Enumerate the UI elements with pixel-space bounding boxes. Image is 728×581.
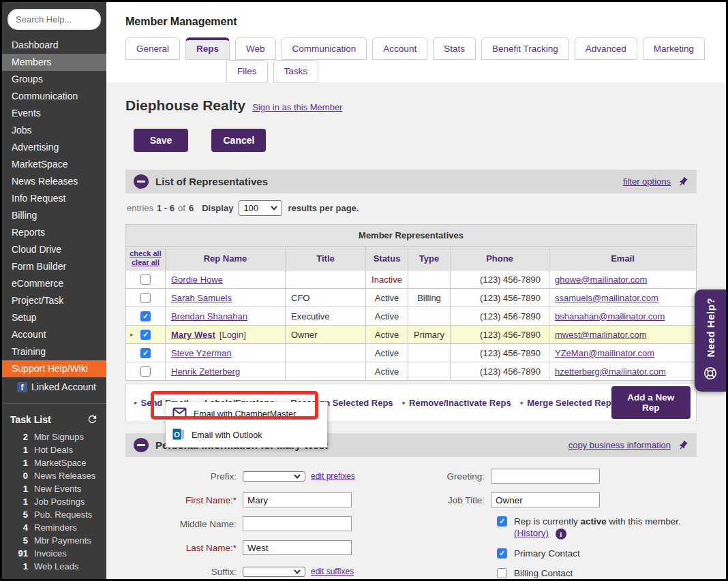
sign-in-as-member-link[interactable]: Sign in as this Member <box>252 102 342 112</box>
tab-communication[interactable]: Communication <box>282 37 367 60</box>
sidebar-item-members[interactable]: Members <box>2 54 106 71</box>
tab-general[interactable]: General <box>125 37 180 60</box>
task-item-mbr-signups[interactable]: 2Mbr Signups <box>10 430 98 443</box>
cancel-button[interactable]: Cancel <box>211 129 266 152</box>
task-item-pub-requests[interactable]: 5Pub. Requests <box>10 508 98 521</box>
sidebar-item-account[interactable]: Account <box>2 326 106 343</box>
remove-inactivate-reps-link[interactable]: Remove/Inactivate Reps <box>409 398 511 408</box>
merge-selected-rep-link[interactable]: Merge Selected Rep <box>527 398 611 408</box>
job-title-field[interactable] <box>491 492 600 507</box>
task-item-news-releases[interactable]: 0News Releases <box>10 469 98 482</box>
collapse-section-icon[interactable] <box>134 438 149 452</box>
sidebar-item-marketspace[interactable]: MarketSpace <box>2 156 106 173</box>
rep-name-link[interactable]: Henrik Zetterberg <box>171 366 240 377</box>
rep-name-link[interactable]: Brendan Shanahan <box>171 311 247 321</box>
rep-name-link[interactable]: Sarah Samuels <box>171 293 232 303</box>
sidebar-item-training[interactable]: Training <box>2 343 106 360</box>
pushpin-icon[interactable] <box>676 438 691 453</box>
row-checkbox[interactable] <box>140 293 151 303</box>
refresh-icon[interactable] <box>87 413 98 425</box>
rep-email-link[interactable]: YZeMan@mailinator.com <box>555 348 654 358</box>
tab-web[interactable]: Web <box>235 37 276 60</box>
sidebar-item-linked-account[interactable]: f Linked Account <box>2 377 106 396</box>
row-checkbox[interactable] <box>140 366 151 377</box>
primary-contact-checkbox[interactable]: ✓ <box>497 548 507 559</box>
results-per-page-select[interactable]: 100 <box>239 200 282 216</box>
row-checkbox[interactable]: ✓ <box>140 311 151 321</box>
sidebar-item-events[interactable]: Events <box>2 105 106 122</box>
edit-prefixes-link[interactable]: edit prefixes <box>311 471 355 481</box>
sidebar-item-communication[interactable]: Communication <box>2 88 106 105</box>
table-row: ✓ Steve Yzerman Active (123) 456-7890 YZ… <box>126 344 697 362</box>
rep-name-link[interactable]: Mary West <box>171 330 215 340</box>
tab-stats[interactable]: Stats <box>433 37 476 60</box>
sidebar-item-ecommerce[interactable]: eCommerce <box>2 275 106 292</box>
rep-name-link[interactable]: Steve Yzerman <box>171 348 232 358</box>
tab-reps[interactable]: Reps <box>185 37 230 60</box>
search-input[interactable] <box>7 9 101 30</box>
app-window: Dashboard Members Groups Communication E… <box>0 0 728 581</box>
prefix-select[interactable] <box>243 471 305 482</box>
rep-email-link[interactable]: bshanahan@mailinator.com <box>555 311 665 321</box>
rep-email-link[interactable]: ghowe@mailinator.com <box>555 274 647 285</box>
sidebar-item-support-help-wiki[interactable]: Support Help/Wiki <box>2 360 106 377</box>
menu-item-email-chambermaster[interactable]: Email with ChamberMaster <box>166 403 327 424</box>
sidebar-item-jobs[interactable]: Jobs <box>2 122 106 139</box>
rep-email-link[interactable]: ssamuels@mailinator.com <box>555 293 658 303</box>
collapse-section-icon[interactable] <box>134 174 149 189</box>
add-new-rep-button[interactable]: Add a New Rep <box>611 386 691 419</box>
sidebar-item-form-builder[interactable]: Form Builder <box>2 258 106 275</box>
row-checkbox[interactable]: ✓ <box>140 348 151 358</box>
rep-title: CFO <box>286 289 366 307</box>
chevron-down-icon <box>294 474 301 479</box>
copy-business-information-link[interactable]: copy business information <box>568 440 671 450</box>
row-checkbox[interactable] <box>140 274 151 285</box>
tab-marketing[interactable]: Marketing <box>643 37 705 60</box>
last-name-field[interactable] <box>243 540 352 555</box>
rep-login-link[interactable]: [Login] <box>219 330 246 340</box>
tab-advanced[interactable]: Advanced <box>575 37 637 60</box>
save-button[interactable]: Save <box>134 129 188 152</box>
task-item-invoices[interactable]: 91Invoices <box>10 547 98 560</box>
tab-benefit-tracking[interactable]: Benefit Tracking <box>481 37 569 60</box>
need-help-tab[interactable]: Need Help? <box>695 289 726 392</box>
sidebar-item-project-task[interactable]: Project/Task <box>2 292 106 309</box>
rep-active-checkbox[interactable]: ✓ <box>497 516 507 527</box>
tab-tasks[interactable]: Tasks <box>273 60 319 82</box>
billing-contact-checkbox[interactable] <box>497 568 507 578</box>
clear-all-link[interactable]: clear all <box>127 258 164 267</box>
sidebar-item-info-request[interactable]: Info Request <box>2 190 106 207</box>
sidebar-item-reports[interactable]: Reports <box>2 224 106 241</box>
menu-item-email-outlook[interactable]: O Email with Outlook <box>166 424 327 446</box>
pushpin-icon[interactable] <box>676 174 691 189</box>
check-all-link[interactable]: check all <box>127 249 164 258</box>
task-item-job-postings[interactable]: 1Job Postings <box>10 495 98 508</box>
sidebar-item-cloud-drive[interactable]: Cloud Drive <box>2 241 106 258</box>
sidebar-item-groups[interactable]: Groups <box>2 71 106 88</box>
history-link[interactable]: (History) <box>514 528 549 538</box>
task-item-mbr-payments[interactable]: 5Mbr Payments <box>10 534 98 547</box>
rep-email-link[interactable]: mwest@mailinator.com <box>555 330 647 340</box>
first-name-field[interactable] <box>243 492 352 507</box>
greeting-field[interactable] <box>491 469 600 484</box>
rep-name-link[interactable]: Gordie Howe <box>171 274 223 285</box>
tab-files[interactable]: Files <box>226 60 268 82</box>
edit-suffixes-link[interactable]: edit suffixes <box>311 567 354 576</box>
sidebar-item-dashboard[interactable]: Dashboard <box>2 37 106 54</box>
sidebar-item-billing[interactable]: Billing <box>2 207 106 224</box>
task-item-new-events[interactable]: 1New Events <box>10 482 98 495</box>
suffix-select[interactable] <box>243 567 305 577</box>
info-icon[interactable]: i <box>556 529 566 539</box>
row-checkbox[interactable]: ✓ <box>140 330 151 340</box>
task-item-web-leads[interactable]: 1Web Leads <box>10 560 98 573</box>
sidebar-item-news-releases[interactable]: News Releases <box>2 173 106 190</box>
tab-account[interactable]: Account <box>372 37 427 60</box>
rep-email-link[interactable]: hzetterberg@mailinator.com <box>555 366 666 377</box>
sidebar-item-advertising[interactable]: Advertising <box>2 139 106 156</box>
filter-options-link[interactable]: filter options <box>623 176 671 187</box>
task-item-hot-deals[interactable]: 1Hot Deals <box>10 443 98 456</box>
task-item-reminders[interactable]: 4Reminders <box>10 521 98 534</box>
middle-name-field[interactable] <box>243 516 352 531</box>
task-item-marketspace[interactable]: 1MarketSpace <box>10 456 98 469</box>
sidebar-item-setup[interactable]: Setup <box>2 309 106 326</box>
